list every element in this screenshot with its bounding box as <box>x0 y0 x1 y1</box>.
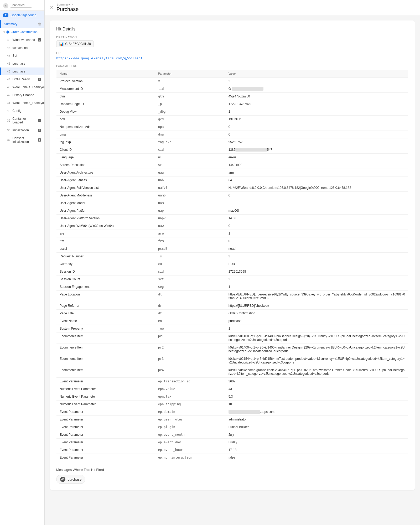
param-value-cell-45: Friday <box>225 439 408 446</box>
sidebar-item-40[interactable]: 40 Config <box>0 107 44 115</box>
item-37-badge: 1 <box>38 138 41 142</box>
param-value-cell-29: https://[BLURRED]/checkout/ <box>225 302 408 310</box>
param-param-6: npa <box>155 123 225 131</box>
sidebar-item-47[interactable]: 47 Set <box>0 52 44 60</box>
sidebar-item-43[interactable]: 43 WooFunnels_Thankyou <box>0 83 44 91</box>
table-row: Event Name en purchase <box>56 317 408 325</box>
trash-icon[interactable]: 🗑 <box>38 22 41 26</box>
param-value-cell-19: 0 <box>225 222 408 230</box>
table-row: Page Location dl https://[BLURRED]order-… <box>56 291 408 302</box>
param-name-40: Numeric Event Parameter <box>56 401 155 408</box>
param-param-15: uamb <box>155 192 225 199</box>
param-value-cell-6: 0 <box>225 123 408 131</box>
param-value-cell-22: noapi <box>225 245 408 253</box>
param-value-31: purchase <box>229 319 241 323</box>
sidebar-item-order-confirmation[interactable]: ▾ Order Confirmation <box>0 28 44 36</box>
param-name-13: User-Agent Bitness <box>56 176 155 184</box>
param-name-33: Ecommerce Item <box>56 332 155 344</box>
order-confirmation-label: Order Confirmation <box>11 30 38 34</box>
table-row: User-Agent Platform uap macOS <box>56 207 408 215</box>
param-param-18: uapv <box>155 215 225 222</box>
table-row: Ecommerce Item pr1 k0sku~v01400~qt1~pr18… <box>56 332 408 344</box>
table-row: Ecommerce Item pr4 k0sku~v0awesome-grani… <box>56 366 408 378</box>
sidebar: × Connected 2 Google tags found Summary … <box>0 0 45 525</box>
param-value-41: XXXXXXXXXX.apps.com <box>229 410 274 414</box>
item-49-badge: 2 <box>38 38 41 41</box>
param-value-30: Order Confirmation <box>229 311 255 315</box>
param-name-5: gcd <box>56 116 155 123</box>
param-value-cell-5: 13l3l3l3l1 <box>225 116 408 123</box>
param-value-cell-31: purchase <box>225 317 408 325</box>
item-39-badge: 2 <box>38 119 41 122</box>
param-name-46: Event Parameter <box>56 446 155 454</box>
table-row: Event Parameter ep.non_interaction false <box>56 454 408 461</box>
sidebar-item-41[interactable]: 41 WooFunnels_Thankyou <box>0 99 44 107</box>
param-name-25: Session ID <box>56 268 155 276</box>
item-39-label: Container Loaded <box>12 117 36 124</box>
google-tags-badge: 2 Google tags found <box>0 11 44 20</box>
table-row: tag_exp tag_exp 95250752 <box>56 138 408 146</box>
param-name-4: Debug View <box>56 108 155 116</box>
param-name-20: are <box>56 230 155 237</box>
table-row: Session Engagement seg 1 <box>56 283 408 291</box>
sidebar-item-45[interactable]: 45 purchase <box>0 67 44 75</box>
param-param-25: sid <box>155 268 225 276</box>
sidebar-item-49[interactable]: 49 Window Loaded 2 <box>0 36 44 44</box>
sidebar-item-46[interactable]: 46 purchase <box>0 60 44 67</box>
google-tags-count: 2 <box>3 13 8 17</box>
close-sidebar-button[interactable]: × <box>3 3 8 8</box>
sidebar-item-42[interactable]: 42 History Change <box>0 91 44 99</box>
table-row: Currency cu EUR <box>56 260 408 268</box>
param-value-37: 3602 <box>229 380 236 383</box>
param-name-30: Page Title <box>56 310 155 317</box>
param-param-1: tid <box>155 85 225 93</box>
param-value-cell-43: Funnel Builder <box>225 423 408 431</box>
param-param-45: ep.event_day <box>155 439 225 446</box>
param-param-36: pr4 <box>155 366 225 378</box>
sidebar-nav: Summary 🗑 ▾ Order Confirmation 49 Window… <box>0 20 44 525</box>
param-value-28: https://[BLURRED]order-received/ty2/?wft… <box>229 293 405 300</box>
sidebar-item-44[interactable]: 44 DOM Ready 2 <box>0 75 44 83</box>
param-value-47: false <box>229 456 235 459</box>
hit-details-panel: Hit Details Destination 📊 G-S4E5GJGHH30 … <box>50 20 415 490</box>
param-param-28: dl <box>155 291 225 302</box>
item-39-num: 39 <box>7 119 10 122</box>
param-param-43: ep.plugin <box>155 423 225 431</box>
param-value-15: 0 <box>229 194 230 197</box>
sidebar-item-38[interactable]: 38 Initialization 2 <box>0 126 44 134</box>
page-title: Purchase <box>56 6 79 12</box>
sidebar-item-37[interactable]: 37 Consent Initialization 1 <box>0 134 44 146</box>
message-badge[interactable]: 45 purchase <box>56 475 85 484</box>
table-row: gcd gcd 13l3l3l3l1 <box>56 116 408 123</box>
table-row: Numeric Event Parameter epn.value 43 <box>56 385 408 393</box>
table-row: Language ul en-us <box>56 154 408 161</box>
item-42-num: 42 <box>7 93 10 97</box>
param-name-27: Session Engagement <box>56 283 155 291</box>
sidebar-item-39[interactable]: 39 Container Loaded 2 <box>0 115 44 126</box>
param-value-7: 0 <box>229 133 230 136</box>
param-param-3: _p <box>155 100 225 108</box>
item-44-num: 44 <box>7 78 10 81</box>
param-param-47: ep.non_interaction <box>155 454 225 461</box>
item-47-num: 47 <box>7 54 10 57</box>
param-value-13: 64 <box>229 178 232 182</box>
messages-title: Messages Where This Hit Fired <box>56 468 408 472</box>
item-46-num: 46 <box>7 62 10 65</box>
param-value-20: 1 <box>229 232 230 235</box>
sidebar-item-summary[interactable]: Summary 🗑 <box>0 20 44 28</box>
param-name-24: Currency <box>56 260 155 268</box>
item-38-num: 38 <box>7 129 10 132</box>
param-value-25: 1722013598 <box>229 270 246 273</box>
param-name-0: Protocol Version <box>56 77 155 85</box>
param-value-cell-34: k0sku~v01400~qt1~pr20~id1400~nmBanner De… <box>225 344 408 355</box>
sidebar-item-48[interactable]: 48 conversion <box>0 44 44 52</box>
table-row: User-Agent Model uam <box>56 199 408 207</box>
param-param-33: pr1 <box>155 332 225 344</box>
param-value-cell-9: 1385XXXXXXXXXX547 <box>225 146 408 154</box>
param-param-20: are <box>155 230 225 237</box>
param-value-0: 2 <box>229 79 230 83</box>
param-value-6: 0 <box>229 125 230 129</box>
close-panel-button[interactable]: ✕ <box>50 5 54 10</box>
param-value-cell-0: 2 <box>225 77 408 85</box>
param-value-cell-12: arm <box>225 169 408 176</box>
